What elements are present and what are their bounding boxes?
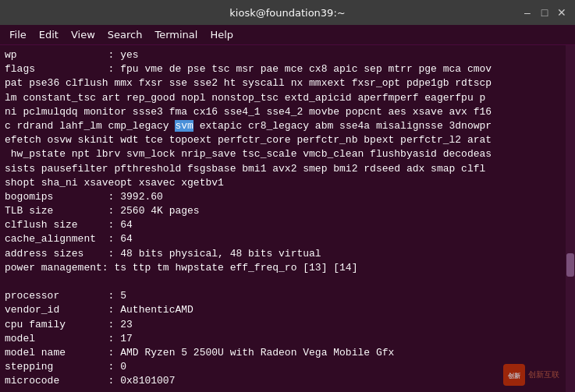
terminal-line-address-sizes: address sizes : 48 bits physical, 48 bit… <box>5 247 570 261</box>
terminal-line: bogomips : 3992.60 <box>5 190 570 204</box>
terminal-line: power management: ts ttp tm hwpstate eff… <box>5 261 570 275</box>
terminal-line: cpu family : 23 <box>5 318 570 332</box>
terminal-line: cache_alignment : 64 <box>5 232 570 246</box>
close-button[interactable]: ✕ <box>555 5 569 19</box>
window-title: kiosk@foundation39:~ <box>229 7 345 19</box>
terminal-line: TLB size : 2560 4K pages <box>5 204 570 218</box>
terminal-body[interactable]: wp : yes flags : fpu vme de pse tsc msr … <box>0 45 575 392</box>
terminal-line: clflush size : 64 <box>5 218 570 232</box>
menu-help[interactable]: Help <box>204 27 240 42</box>
window-controls: – □ ✕ <box>520 5 569 19</box>
terminal-line: stepping : 0 <box>5 360 570 374</box>
terminal-line: vendor_id : AuthenticAMD <box>5 303 570 317</box>
terminal-line: processor : 5 <box>5 289 570 303</box>
watermark-logo: 创新 <box>503 364 525 386</box>
menu-view[interactable]: View <box>65 27 101 42</box>
watermark-line1: 创新互联 <box>528 370 559 380</box>
terminal-line: microcode : 0x8101007 <box>5 374 570 388</box>
svg-text:创新: 创新 <box>507 372 520 380</box>
terminal-window: kiosk@foundation39:~ – □ ✕ File Edit Vie… <box>0 0 575 392</box>
menu-file[interactable]: File <box>3 27 33 42</box>
terminal-line <box>5 275 570 289</box>
terminal-line: shopt sha_ni xsaveopt xsavec xgetbv1 <box>5 176 570 190</box>
terminal-line: sists pausefilter pfthreshold fsgsbase b… <box>5 162 570 176</box>
title-bar: kiosk@foundation39:~ – □ ✕ <box>0 0 575 25</box>
terminal-line: ni pclmulqdq monitor ssse3 fma cx16 sse4… <box>5 105 570 119</box>
scrollbar[interactable] <box>566 45 575 392</box>
terminal-line: hw_pstate npt lbrv svm_lock nrip_save ts… <box>5 147 570 161</box>
minimize-button[interactable]: – <box>520 5 534 19</box>
watermark: 创新 创新互联 <box>503 364 559 386</box>
menu-bar: File Edit View Search Terminal Help <box>0 25 575 45</box>
watermark-text: 创新互联 <box>528 370 559 380</box>
terminal-line: model name : AMD Ryzen 5 2500U with Rade… <box>5 346 570 360</box>
terminal-line-highlight: c rdrand lahf_lm cmp_legacy svm extapic … <box>5 119 570 133</box>
terminal-line: pat pse36 clflush mmx fxsr sse sse2 ht s… <box>5 76 570 90</box>
maximize-button[interactable]: □ <box>538 5 552 19</box>
terminal-line: lm constant_tsc art rep_good nopl nonsto… <box>5 91 570 105</box>
terminal-line: model : 17 <box>5 332 570 346</box>
terminal-line: flags : fpu vme de pse tsc msr pae mce c… <box>5 62 570 76</box>
menu-edit[interactable]: Edit <box>33 27 65 42</box>
menu-search[interactable]: Search <box>101 27 149 42</box>
terminal-line: efetch osvw skinit wdt tce topoext perfc… <box>5 133 570 147</box>
highlight-svm: svm <box>175 120 193 132</box>
scrollbar-thumb[interactable] <box>566 253 574 277</box>
watermark-icon: 创新 <box>506 366 523 383</box>
menu-terminal[interactable]: Terminal <box>148 27 204 42</box>
terminal-line: wp : yes <box>5 48 570 62</box>
